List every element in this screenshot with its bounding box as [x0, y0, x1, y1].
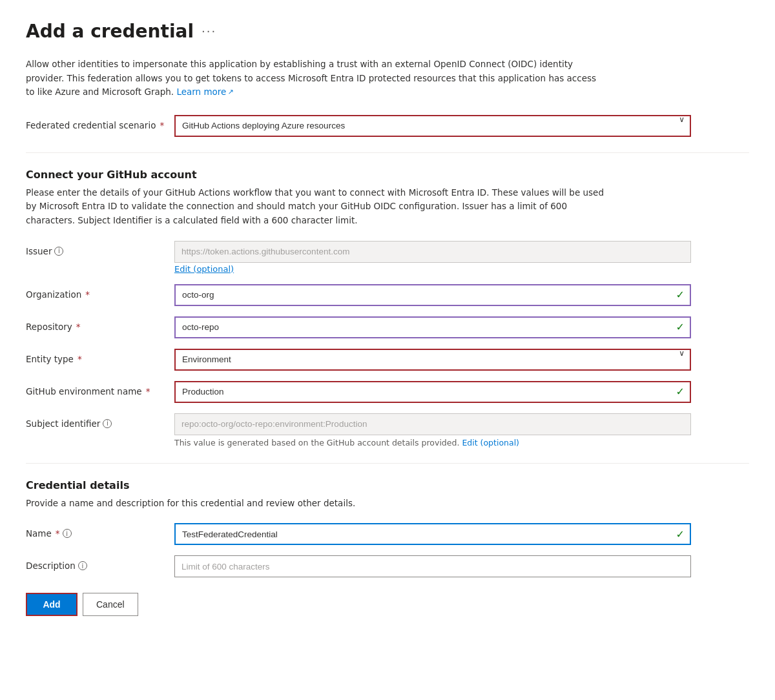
repository-control: ✓ — [174, 316, 691, 338]
github-env-name-input[interactable] — [174, 381, 691, 403]
entity-type-control: Environment ∨ — [174, 349, 691, 371]
external-link-icon: ↗ — [227, 87, 233, 98]
federated-scenario-select-wrapper: GitHub Actions deploying Azure resources… — [174, 115, 691, 137]
description-input-wrapper — [174, 555, 691, 577]
required-marker: * — [76, 322, 81, 332]
subject-identifier-control: This value is generated based on the Git… — [174, 413, 691, 448]
organization-row: Organization * ✓ — [26, 284, 749, 306]
subject-identifier-input-wrapper — [174, 413, 691, 435]
name-input-wrapper: ✓ — [174, 523, 691, 545]
page-title-row: Add a credential ··· — [26, 21, 749, 42]
name-label: Name * i — [26, 523, 174, 539]
issuer-info-icon[interactable]: i — [54, 247, 63, 256]
github-env-name-input-wrapper: ✓ — [174, 381, 691, 403]
cancel-button[interactable]: Cancel — [83, 593, 138, 616]
divider-1 — [26, 152, 749, 153]
subject-identifier-label: Subject identifier i — [26, 413, 174, 429]
entity-type-label: Entity type * — [26, 349, 174, 364]
github-env-name-control: ✓ — [174, 381, 691, 403]
github-env-name-row: GitHub environment name * ✓ — [26, 381, 749, 403]
learn-more-link[interactable]: Learn more↗ — [176, 87, 233, 97]
issuer-input-wrapper — [174, 241, 691, 263]
check-icon: ✓ — [676, 289, 685, 301]
required-marker: * — [85, 289, 90, 300]
required-marker: * — [160, 120, 164, 130]
issuer-control: Edit (optional) — [174, 241, 691, 274]
subject-identifier-row: Subject identifier i This value is gener… — [26, 413, 749, 448]
check-icon: ✓ — [676, 321, 685, 333]
name-input[interactable] — [174, 523, 691, 545]
issuer-row: Issuer i Edit (optional) — [26, 241, 749, 274]
github-section-description: Please enter the details of your GitHub … — [26, 186, 607, 228]
issuer-label: Issuer i — [26, 241, 174, 256]
page-description: Allow other identities to impersonate th… — [26, 57, 607, 99]
repository-label: Repository * — [26, 316, 174, 332]
required-marker: * — [56, 528, 60, 539]
federated-scenario-row: Federated credential scenario * GitHub A… — [26, 115, 749, 137]
page-title: Add a credential — [26, 21, 194, 42]
github-env-name-label: GitHub environment name * — [26, 381, 174, 396]
entity-type-select[interactable]: Environment — [174, 349, 691, 371]
ellipsis-menu-button[interactable]: ··· — [202, 25, 216, 38]
description-input[interactable] — [174, 555, 691, 577]
required-marker: * — [78, 354, 82, 364]
subject-identifier-info-icon[interactable]: i — [103, 419, 112, 428]
issuer-edit-optional-link[interactable]: Edit (optional) — [174, 264, 691, 274]
check-icon: ✓ — [676, 528, 685, 540]
organization-input[interactable] — [174, 284, 691, 306]
issuer-input[interactable] — [174, 241, 691, 263]
organization-control: ✓ — [174, 284, 691, 306]
description-info-icon[interactable]: i — [78, 561, 87, 570]
organization-input-wrapper: ✓ — [174, 284, 691, 306]
entity-type-row: Entity type * Environment ∨ — [26, 349, 749, 371]
federated-scenario-label: Federated credential scenario * — [26, 115, 174, 130]
add-button[interactable]: Add — [26, 593, 78, 616]
subject-identifier-hint: This value is generated based on the Git… — [174, 438, 691, 448]
description-field-row: Description i — [26, 555, 749, 577]
subject-identifier-edit-optional-link[interactable]: Edit (optional) — [462, 438, 519, 448]
repository-input[interactable] — [174, 316, 691, 338]
name-row: Name * i ✓ — [26, 523, 749, 545]
chevron-down-icon: ∨ — [679, 349, 685, 358]
chevron-down-icon: ∨ — [679, 115, 685, 124]
description-field-label: Description i — [26, 555, 174, 571]
federated-scenario-select[interactable]: GitHub Actions deploying Azure resources — [174, 115, 691, 137]
repository-row: Repository * ✓ — [26, 316, 749, 338]
divider-2 — [26, 463, 749, 464]
description-field-control — [174, 555, 691, 577]
required-marker: * — [146, 386, 150, 396]
name-info-icon[interactable]: i — [63, 529, 72, 538]
description-text: Allow other identities to impersonate th… — [26, 59, 596, 97]
entity-type-select-wrapper: Environment ∨ — [174, 349, 691, 371]
subject-identifier-input[interactable] — [174, 413, 691, 435]
check-icon: ✓ — [676, 386, 685, 398]
repository-input-wrapper: ✓ — [174, 316, 691, 338]
credential-details-description: Provide a name and description for this … — [26, 497, 607, 511]
credential-details-heading: Credential details — [26, 479, 749, 491]
github-section-heading: Connect your GitHub account — [26, 169, 749, 181]
buttons-row: Add Cancel — [26, 593, 749, 616]
name-control: ✓ — [174, 523, 691, 545]
federated-scenario-control: GitHub Actions deploying Azure resources… — [174, 115, 691, 137]
organization-label: Organization * — [26, 284, 174, 300]
